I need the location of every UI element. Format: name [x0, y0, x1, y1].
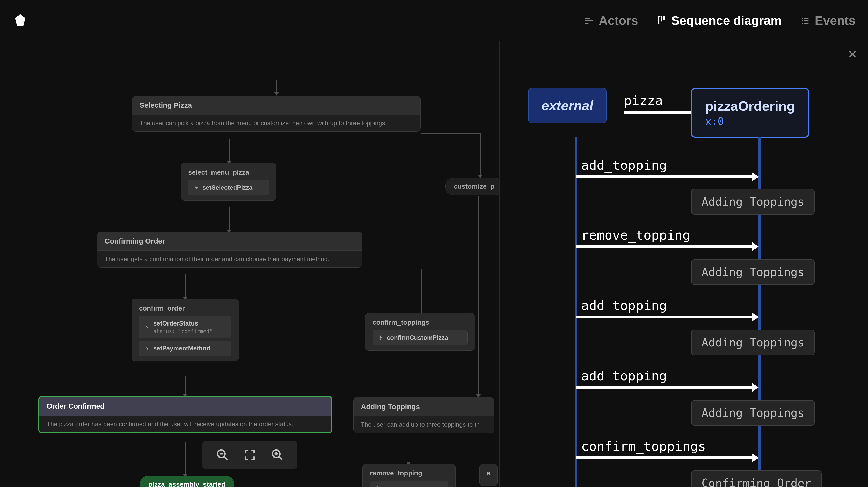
tab-label: Events [815, 13, 856, 28]
seq-state-pill: Adding Toppings [691, 400, 815, 426]
sequence-diagram-panel: pizza external pizzaOrdering x:0 add_top… [500, 41, 868, 487]
seq-arrow-icon [624, 111, 696, 114]
seq-arrow-icon [576, 175, 757, 178]
tab-actors[interactable]: Actors [584, 13, 638, 28]
action-set-order-status: setOrderStatus status: "confirmed" [139, 316, 231, 338]
event-add-topping-partial[interactable]: a [479, 464, 498, 486]
seq-state-pill: Adding Toppings [691, 189, 815, 215]
actor-external[interactable]: external [528, 88, 607, 123]
event-customize-pizza[interactable]: customize_p [445, 178, 500, 195]
zoom-out-button[interactable] [215, 448, 229, 462]
seq-state-pill: Adding Toppings [691, 259, 815, 285]
tab-events[interactable]: Events [800, 13, 856, 28]
seq-state-pill: Adding Toppings [691, 330, 815, 355]
event-select-menu-pizza[interactable]: select_menu_pizza setSelectedPizza [181, 163, 277, 200]
seq-message[interactable]: add_topping [576, 298, 757, 318]
tab-sequence[interactable]: Sequence diagram [656, 13, 782, 28]
content: Selecting Pizza The user can pick a pizz… [0, 41, 868, 487]
event-confirm-toppings[interactable]: confirm_toppings confirmCustomPizza [365, 313, 475, 351]
state-desc: The pizza order has been confirmed and t… [39, 416, 331, 432]
seq-message-label: add_topping [576, 298, 667, 313]
state-adding-toppings[interactable]: Adding Toppings The user can add up to t… [353, 397, 494, 433]
actor-machine[interactable]: pizzaOrdering x:0 [691, 88, 809, 138]
event-pizza-assembly-started[interactable]: pizza_assembly_started [140, 476, 234, 487]
seq-state-pill: Confirming Order [691, 470, 822, 487]
state-diagram-panel[interactable]: Selecting Pizza The user can pick a pizz… [0, 41, 500, 487]
event-remove-topping[interactable]: remove_topping [363, 464, 456, 487]
actor-id: x:0 [705, 116, 795, 127]
actor-name: external [541, 98, 593, 113]
seq-message-label: add_topping [576, 368, 667, 384]
action-set-payment-method: setPaymentMethod [139, 341, 231, 356]
tab-label: Actors [599, 13, 638, 28]
seq-arrow-icon [576, 456, 757, 459]
state-confirming-order[interactable]: Confirming Order The user gets a confirm… [97, 232, 363, 267]
seq-arrow-icon [576, 245, 757, 248]
state-selecting-pizza[interactable]: Selecting Pizza The user can pick a pizz… [132, 96, 421, 132]
state-title: Adding Toppings [353, 397, 494, 416]
event-title: a [487, 469, 490, 477]
seq-message[interactable]: add_topping [576, 368, 757, 389]
seq-message-label: pizza [624, 93, 663, 108]
state-title: Selecting Pizza [132, 96, 421, 115]
seq-message-label: confirm_toppings [576, 439, 706, 454]
event-confirm-order[interactable]: confirm_order setOrderStatus status: "co… [131, 299, 239, 361]
state-desc: The user gets a confirmation of their or… [97, 251, 362, 267]
state-order-confirmed[interactable]: Order Confirmed The pizza order has been… [38, 396, 332, 433]
header: Actors Sequence diagram Events [0, 0, 868, 41]
state-desc: The user can add up to three toppings to… [353, 416, 494, 433]
seq-message[interactable]: add_topping [576, 158, 757, 178]
close-button[interactable] [847, 49, 858, 60]
action-chip [370, 481, 448, 487]
zoom-controls [202, 441, 298, 469]
seq-message[interactable]: confirm_toppings [576, 439, 757, 459]
action-set-selected-pizza: setSelectedPizza [188, 180, 269, 195]
event-title: confirm_toppings [373, 319, 467, 327]
sequence-container[interactable]: pizza external pizzaOrdering x:0 add_top… [520, 57, 847, 472]
event-title: remove_topping [370, 469, 448, 477]
seq-arrow-icon [576, 316, 757, 318]
tabs: Actors Sequence diagram Events [584, 13, 856, 28]
event-title: select_menu_pizza [188, 168, 269, 176]
state-title: Order Confirmed [39, 397, 331, 416]
state-title: Confirming Order [97, 232, 362, 251]
action-confirm-custom-pizza: confirmCustomPizza [373, 330, 467, 345]
svg-line-1 [224, 456, 227, 460]
event-title: confirm_order [139, 304, 231, 312]
seq-message-label: add_topping [576, 158, 667, 173]
fit-screen-button[interactable] [243, 448, 257, 462]
app-logo[interactable] [12, 13, 28, 29]
svg-line-4 [279, 456, 282, 460]
seq-arrow-icon [576, 386, 757, 389]
seq-message[interactable]: remove_topping [576, 228, 757, 248]
seq-message-label: remove_topping [576, 228, 690, 243]
actor-name: pizzaOrdering [705, 98, 795, 114]
state-desc: The user can pick a pizza from the menu … [132, 115, 421, 131]
tab-label: Sequence diagram [671, 13, 782, 28]
zoom-in-button[interactable] [270, 448, 284, 462]
